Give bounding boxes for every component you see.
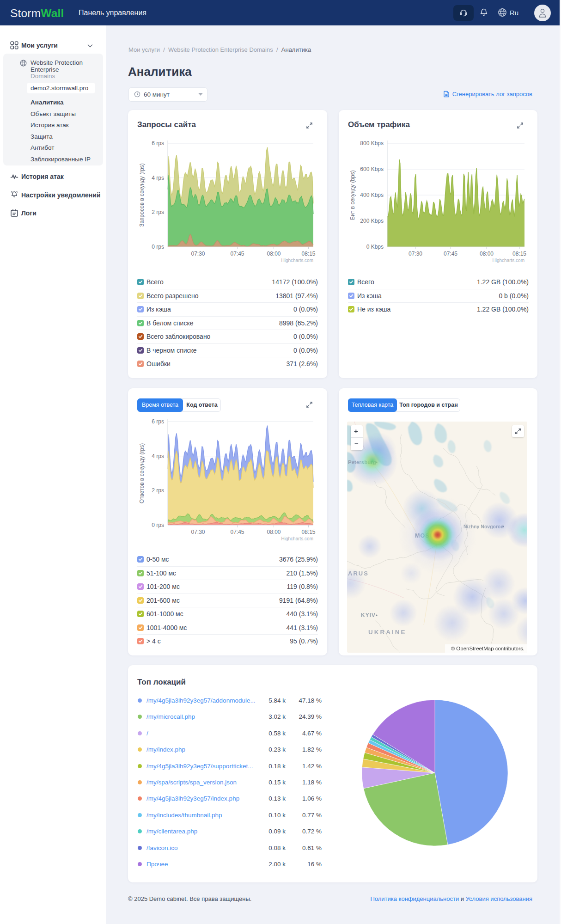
svg-text:Ответов в секунду (rps): Ответов в секунду (rps) xyxy=(139,443,145,503)
svg-text:4 rps: 4 rps xyxy=(152,453,164,459)
svg-text:600 Kbps: 600 Kbps xyxy=(360,166,384,172)
svg-text:KYIV: KYIV xyxy=(361,612,376,618)
svg-text:Бит в секунду (bps): Бит в секунду (bps) xyxy=(349,170,356,220)
svg-text:08:15: 08:15 xyxy=(301,529,315,535)
svg-text:Запросов в секунду (rps): Запросов в секунду (rps) xyxy=(139,163,145,227)
svg-text:08:00: 08:00 xyxy=(267,251,280,257)
svg-text:UKRAINE: UKRAINE xyxy=(368,629,407,636)
svg-text:07:30: 07:30 xyxy=(191,529,205,535)
svg-text:800 Kbps: 800 Kbps xyxy=(360,140,384,147)
svg-text:08:00: 08:00 xyxy=(267,529,280,535)
svg-text:08:00: 08:00 xyxy=(480,251,494,257)
svg-text:2 rps: 2 rps xyxy=(152,209,164,215)
svg-text:© OpenStreetMap contributors.: © OpenStreetMap contributors. xyxy=(451,646,524,651)
svg-text:07:45: 07:45 xyxy=(230,529,244,535)
svg-text:200 Kbps: 200 Kbps xyxy=(360,218,384,224)
svg-text:0 Kbps: 0 Kbps xyxy=(366,244,384,250)
svg-text:08:15: 08:15 xyxy=(301,251,315,257)
svg-text:400 Kbps: 400 Kbps xyxy=(360,192,384,198)
svg-text:Highcharts.com: Highcharts.com xyxy=(493,258,524,263)
svg-text:Highcharts.com: Highcharts.com xyxy=(281,536,313,541)
svg-text:07:30: 07:30 xyxy=(191,251,205,257)
svg-text:Highcharts.com: Highcharts.com xyxy=(281,258,313,263)
svg-text:0 rps: 0 rps xyxy=(152,522,164,528)
svg-text:6 rps: 6 rps xyxy=(152,140,164,147)
svg-text:08:15: 08:15 xyxy=(512,251,526,257)
svg-text:07:30: 07:30 xyxy=(409,251,422,257)
svg-text:4 rps: 4 rps xyxy=(152,175,164,181)
svg-text:07:45: 07:45 xyxy=(444,251,457,257)
svg-text:07:45: 07:45 xyxy=(230,251,244,257)
svg-text:2 rps: 2 rps xyxy=(152,487,164,494)
svg-text:0 rps: 0 rps xyxy=(152,244,164,250)
svg-text:6 rps: 6 rps xyxy=(152,418,164,425)
